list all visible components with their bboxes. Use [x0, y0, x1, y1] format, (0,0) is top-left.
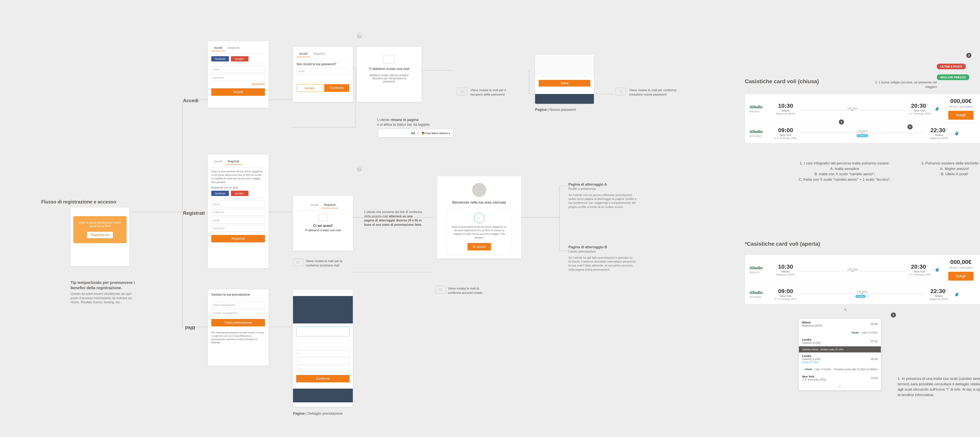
welcome-t: Benvenuto nella tua area riservata — [441, 201, 518, 204]
stop-tooltip: MilanoMalpensa (MXP)05:30 Alitaliavolo n… — [799, 319, 881, 390]
label-accedi: Accedi — [183, 98, 199, 103]
marker-3: 3 — [966, 53, 971, 58]
card-accedi: AccediRegistrati facebookgoogle+ email p… — [208, 41, 269, 108]
marker-1: 1 — [839, 119, 844, 125]
gear-icon-2: ⚙ — [357, 166, 362, 173]
fb-2[interactable]: facebook — [211, 191, 229, 196]
scegli-button[interactable]: Scegli — [948, 111, 974, 120]
diversa-txt: L'utente che proviene dal link di confer… — [364, 210, 423, 227]
tab-registrati[interactable]: Registrati — [225, 44, 242, 51]
arr-time: 20:30 — [911, 102, 926, 109]
card-quasi: AccediRegistrati Ci sei quasi! Ti abbiam… — [293, 196, 353, 250]
scale-2[interactable]: 2 SCALI — [855, 295, 866, 298]
dettaglio-page: ——— Conferma — [293, 290, 353, 407]
tip-screenshot: Dopo la prima prenotazione ottieni scont… — [70, 207, 129, 266]
cursor-icon: ↖ — [844, 307, 847, 312]
card-registrati: AccediRegistrati Dopo la prenotazione de… — [208, 155, 269, 268]
landB: Pagina di atterraggio B Listato prenotaz… — [568, 245, 637, 272]
ux-flow-canvas: Flusso di registrazione e accesso Dopo l… — [20, 16, 980, 421]
baggage-icon-2: 🧳 — [955, 131, 959, 136]
promo-tip: Dopo la prima prenotazione ottieni scont… — [73, 216, 127, 243]
tab-accedi[interactable]: Accedi — [211, 44, 225, 51]
pnr-title: Gestisci la tua prenotazione — [211, 293, 265, 296]
conferma-button[interactable]: Conferma — [324, 84, 350, 92]
closed-title: Casistiche card voli (chiusa) — [745, 78, 819, 85]
reg-copy: Dopo la prenotazione del tuo primo soggi… — [211, 170, 265, 184]
tip-title: Tip temporizzato per promuovere i benefi… — [70, 280, 135, 291]
pax: A/R per 1 passeggero — [948, 105, 974, 108]
mail3: Viene inviata la mail per la conferma is… — [306, 259, 345, 268]
tab-registrati-2[interactable]: Registrati — [310, 51, 327, 57]
open-marker-1: 1 — [891, 312, 896, 318]
welcome-card: Benvenuto nella tua area riservata ✓ Dop… — [437, 176, 521, 258]
arr2: 22:30 — [931, 127, 945, 133]
card-mail-sent-1: Ti abbiamo inviato una mail Abbiamo invi… — [357, 47, 422, 102]
valigia-note: 2. L'icona valigia (accesa, se presente … — [872, 80, 937, 89]
scegli-2[interactable]: Scegli — [948, 272, 974, 280]
forgot-title: Non ricordi la tua password? — [296, 62, 349, 66]
rt-label: RITORNO — [749, 135, 773, 138]
label-pnr: PNR — [185, 325, 195, 331]
label-registrati: Registrati — [183, 211, 205, 216]
note3: 3. Potranno esistere delle etichette ale… — [915, 160, 980, 177]
page-newpwd-label: Pagina | Nuova password — [535, 107, 576, 112]
t-a4[interactable]: Accedi — [307, 202, 321, 208]
gear-icon: ⚙ — [357, 33, 362, 40]
newpwd-page: Salva — [535, 55, 594, 104]
open-title: *Casistiche card voli (aperta) — [745, 241, 820, 247]
tip-cta[interactable]: Registrati ora — [87, 231, 113, 239]
flight-card-closed[interactable]: AlitaliaANDATA 10:30MilanoMalpensa (MXP)… — [745, 94, 980, 143]
reg-submit[interactable]: Registrati — [211, 235, 265, 242]
flight-card-open[interactable]: AlitaliaANDATA 10:30MilanoMalpensa (MXP)… — [745, 255, 980, 304]
fb-button[interactable]: facebook — [211, 56, 229, 62]
rimane-text: L'utente rimane in paginae si attiva la … — [377, 117, 452, 127]
dep2: 09:00 — [773, 127, 798, 133]
ok-button[interactable]: Si, grazie — [468, 243, 491, 250]
aa2: Malpensa (MXP) — [926, 137, 952, 139]
welcome-copy: Dopo la prenotazione del tuo primo soggi… — [451, 225, 508, 239]
annulla-button[interactable]: Annulla — [296, 84, 322, 92]
page-det-label: Pagina | Dettaglio prenotazione — [293, 411, 343, 416]
quasi-t: Ci sei quasi! — [296, 224, 349, 228]
sent-text: Ti abbiamo inviato una mail — [360, 67, 418, 71]
badge-red: ULTIMI 5 POSTI — [937, 63, 966, 69]
mail4: Viene inviata la mail di conferma accoun… — [448, 287, 485, 295]
gp-2[interactable]: google+ — [231, 191, 248, 196]
badge-green: MIGLIOR PREZZO — [937, 74, 969, 80]
note1: 1. I casi infografici del percorso tratt… — [790, 160, 900, 182]
dep-air: Malpensa (MXP) — [773, 112, 798, 115]
envelope-icon: ✉ — [457, 88, 467, 95]
dep-city: Milano — [773, 109, 798, 112]
dc2: New York — [773, 133, 798, 137]
gp-button[interactable]: google+ — [231, 56, 248, 62]
price: 000,00€ — [948, 98, 974, 104]
dep-time: 10:30 — [773, 102, 798, 109]
tab-accedi-2[interactable]: Accedi — [296, 51, 310, 57]
go-label: ANDATA — [749, 110, 773, 113]
env-3: ✉ — [293, 258, 304, 266]
arr-city: New York — [907, 109, 932, 112]
flow-title: Flusso di registrazione e accesso — [41, 199, 116, 204]
accedi-submit[interactable]: Accedi — [211, 88, 265, 96]
envelope-icon-2: ✉ — [616, 88, 626, 95]
tab-a-3[interactable]: Accedi — [211, 158, 225, 165]
da2: J. F. Kennedy (JFK) — [773, 137, 798, 139]
cambio-row: Cambio Aereo - durata scalo 2h 15m — [799, 346, 881, 352]
cerca-button[interactable]: Cerca prenotazione — [211, 319, 265, 326]
tab-r-3[interactable]: Registrati — [225, 158, 242, 165]
arr-air: J. F. Kennedy (JFK) — [907, 112, 932, 115]
status-bar: 🇮🇹€🧑 Ciao Mario Alberto ▾ — [378, 129, 453, 137]
landA: Pagina di atterraggio A Profilo e prefer… — [568, 182, 637, 209]
ac2: Milano — [926, 133, 952, 137]
sent-2: Ti abbiamo inviato una mail — [296, 228, 349, 232]
card-pnr: Gestisci la tua prenotazione Nome prenot… — [208, 290, 269, 366]
env-4: ✉ — [435, 286, 446, 294]
tip-sub: Questo tip potrà essere visualizzato ad … — [70, 292, 135, 304]
t-r4[interactable]: Registrati — [321, 202, 338, 208]
mail2-text: Viene inviata la mail per conferma creaz… — [629, 88, 684, 97]
mail1-text: Viene inviata la mail per il recupero de… — [470, 88, 514, 97]
open-note: 1. In presenza di una tratta con scali (… — [898, 376, 980, 397]
baggage-icon: 🧳 — [935, 106, 940, 111]
marker-2: 2 — [907, 124, 913, 130]
card-forgot: AccediRegistrati Non ricordi la tua pass… — [293, 47, 353, 102]
